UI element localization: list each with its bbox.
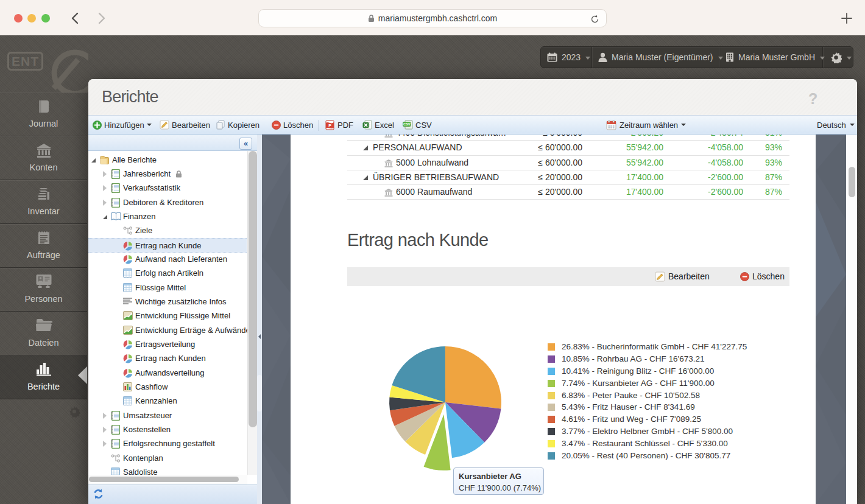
svg-text:CSV: CSV: [403, 122, 411, 126]
svg-text:P: P: [328, 124, 331, 128]
